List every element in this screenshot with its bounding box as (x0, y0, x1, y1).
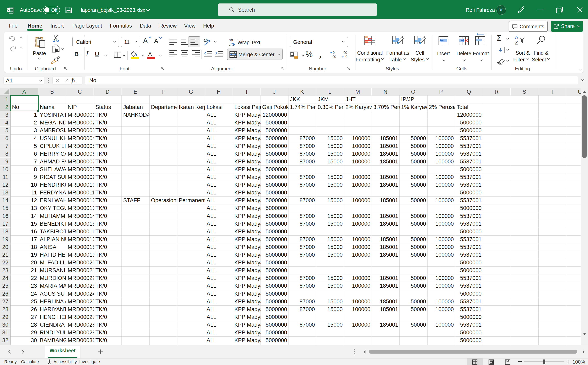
svg-text:A: A (515, 35, 518, 40)
svg-text:0: 0 (333, 51, 335, 55)
svg-text:Z: Z (515, 40, 518, 45)
svg-text:ab: ab (203, 38, 208, 42)
svg-text:ab: ab (229, 38, 233, 42)
svg-text:X: X (7, 8, 9, 12)
svg-text:c: c (229, 42, 231, 46)
svg-text:.00: .00 (332, 55, 336, 59)
